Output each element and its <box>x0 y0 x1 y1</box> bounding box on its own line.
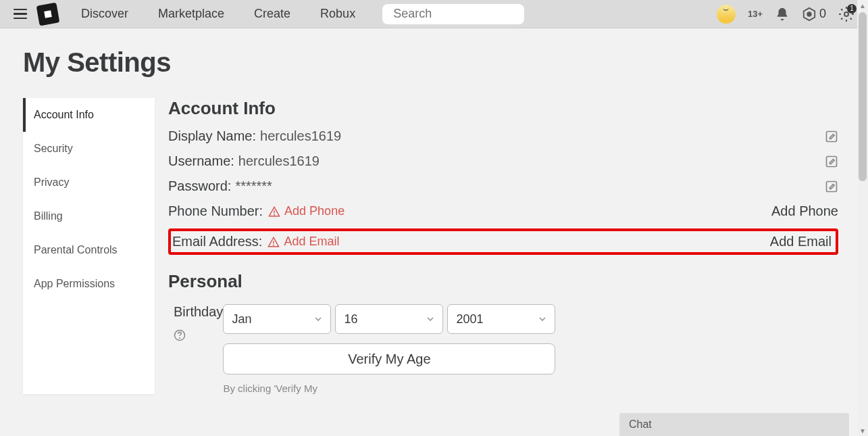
top-nav: Discover Marketplace Create Robux 13+ 0 … <box>0 0 868 28</box>
sidebar-item-billing[interactable]: Billing <box>23 199 155 233</box>
password-value: ******* <box>235 178 272 194</box>
hamburger-menu[interactable] <box>8 3 32 25</box>
search-input[interactable] <box>393 7 550 21</box>
display-name-label: Display Name: <box>168 128 256 144</box>
avatar[interactable] <box>717 5 736 24</box>
chat-bar[interactable]: Chat <box>619 413 849 436</box>
age-badge: 13+ <box>748 9 763 19</box>
display-name-row: Display Name: hercules1619 <box>168 128 838 144</box>
email-row: Email Address: Add Email Add Email <box>172 234 832 249</box>
verify-age-button[interactable]: Verify My Age <box>223 343 555 374</box>
chat-label: Chat <box>629 418 652 431</box>
svg-point-3 <box>807 12 811 16</box>
nav-create[interactable]: Create <box>239 7 305 21</box>
robux-icon <box>802 7 817 22</box>
svg-point-13 <box>180 337 180 338</box>
sidebar-item-parental-controls[interactable]: Parental Controls <box>23 233 155 267</box>
nav-robux[interactable]: Robux <box>305 7 370 21</box>
svg-point-4 <box>844 12 848 16</box>
email-label: Email Address: <box>172 234 262 249</box>
phone-label: Phone Number: <box>168 203 263 219</box>
settings-main: Account Info Display Name: hercules1619 … <box>168 98 845 394</box>
birthday-month-select[interactable]: Jan <box>223 304 331 334</box>
settings-badge: 1 <box>847 4 857 14</box>
roblox-logo[interactable] <box>36 2 60 26</box>
scroll-down-arrow[interactable]: ▼ <box>857 425 868 436</box>
scrollbar-thumb[interactable] <box>859 12 867 181</box>
chevron-down-icon <box>537 314 548 324</box>
password-row: Password: ******* <box>168 178 838 194</box>
sidebar-item-app-permissions[interactable]: App Permissions <box>23 267 155 301</box>
add-phone-inline[interactable]: Add Phone <box>284 204 344 218</box>
settings-gear-icon[interactable]: 1 <box>838 6 854 22</box>
page-title: My Settings <box>23 47 845 78</box>
password-label: Password: <box>168 178 231 194</box>
display-name-value: hercules1619 <box>260 128 341 144</box>
verify-disclaimer: By clicking 'Verify My <box>223 383 838 394</box>
birthday-label: Birthday <box>168 304 223 320</box>
page-content: My Settings Account Info Security Privac… <box>0 28 868 413</box>
birthday-year-value: 2001 <box>456 312 483 326</box>
add-email-inline[interactable]: Add Email <box>284 235 339 249</box>
sidebar-item-privacy[interactable]: Privacy <box>23 166 155 199</box>
personal-section: Personal Birthday Jan <box>168 271 838 394</box>
nav-links: Discover Marketplace Create Robux <box>66 7 370 21</box>
warning-icon <box>268 205 280 218</box>
sidebar-item-security[interactable]: Security <box>23 132 155 166</box>
add-phone-button[interactable]: Add Phone <box>771 203 838 219</box>
edit-username-icon[interactable] <box>825 155 838 168</box>
warning-icon <box>267 236 280 248</box>
personal-heading: Personal <box>168 271 838 292</box>
birthday-day-select[interactable]: 16 <box>335 304 443 334</box>
edit-password-icon[interactable] <box>825 180 838 193</box>
robux-balance[interactable]: 0 <box>802 7 826 22</box>
chevron-down-icon <box>313 314 324 324</box>
add-email-button[interactable]: Add Email <box>770 234 832 249</box>
edit-display-name-icon[interactable] <box>825 130 838 143</box>
username-value: hercules1619 <box>238 153 320 169</box>
svg-point-11 <box>274 245 274 245</box>
nav-right: 13+ 0 1 <box>717 5 854 24</box>
search-box[interactable] <box>382 4 524 24</box>
birthday-year-select[interactable]: 2001 <box>447 304 555 334</box>
robux-count: 0 <box>819 7 826 21</box>
phone-row: Phone Number: Add Phone Add Phone <box>168 203 838 219</box>
birthday-month-value: Jan <box>232 312 251 326</box>
sidebar-item-account-info[interactable]: Account Info <box>23 98 155 132</box>
nav-discover[interactable]: Discover <box>66 7 143 21</box>
settings-sidebar: Account Info Security Privacy Billing Pa… <box>23 98 155 394</box>
nav-marketplace[interactable]: Marketplace <box>143 7 239 21</box>
svg-point-9 <box>274 214 275 215</box>
help-icon[interactable] <box>168 329 223 341</box>
notifications-icon[interactable] <box>775 7 790 22</box>
username-label: Username: <box>168 153 234 169</box>
birthday-day-value: 16 <box>344 312 357 326</box>
scroll-up-arrow[interactable]: ▲ <box>857 0 868 11</box>
chevron-down-icon <box>425 314 436 324</box>
vertical-scrollbar[interactable]: ▲ ▼ <box>857 0 868 436</box>
username-row: Username: hercules1619 <box>168 153 838 169</box>
account-info-heading: Account Info <box>168 98 838 119</box>
email-highlight: Email Address: Add Email Add Email <box>168 228 838 255</box>
